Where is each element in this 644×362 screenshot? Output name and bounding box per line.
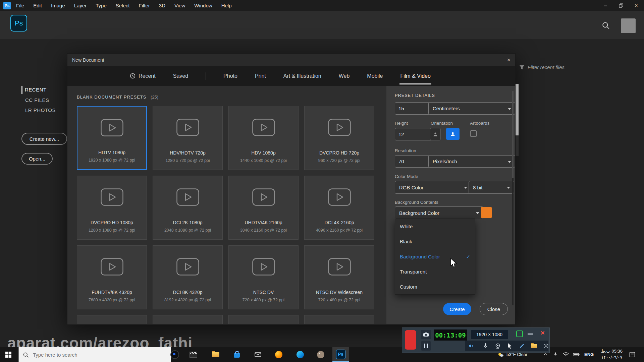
tab-mobile[interactable]: Mobile <box>367 66 383 86</box>
search-icon[interactable] <box>602 21 610 31</box>
open-button[interactable]: Open... <box>21 153 53 165</box>
tab-film-video[interactable]: Film & Video <box>400 66 430 86</box>
filter-recent-files[interactable]: Filter recent files <box>519 64 565 70</box>
file-explorer-icon[interactable] <box>207 347 224 362</box>
clock[interactable]: 05:36 ب.ظ ۱۴۰۰/۰۹/۰۷ <box>596 348 627 360</box>
create-new-button[interactable]: Create new... <box>21 133 67 145</box>
preset-card[interactable] <box>77 315 147 324</box>
height-input[interactable] <box>395 128 432 140</box>
dialog-close-icon[interactable]: × <box>507 56 511 64</box>
preset-card[interactable]: DCI 8K 4320p 8192 x 4320 px @ 72 ppi <box>153 245 223 309</box>
menu-filter[interactable]: Filter <box>139 3 150 8</box>
scrollbar-thumb[interactable] <box>512 91 514 178</box>
recorder-close-button[interactable]: × <box>538 328 547 337</box>
menu-layer[interactable]: Layer <box>74 3 87 8</box>
start-button[interactable] <box>0 347 16 362</box>
menu-option-custom[interactable]: Custom <box>395 279 475 294</box>
preset-card[interactable]: NTSC DV Widescreen 720 x 480 px @ 72 ppi <box>304 245 374 309</box>
preset-card[interactable]: HDV 1080p 1440 x 1080 px @ 72 ppi <box>228 106 299 170</box>
sidebar-item-lr-photos[interactable]: LR PHOTOS <box>25 107 56 113</box>
bit-depth-select[interactable]: 8 bit <box>469 181 514 194</box>
panel-scrollbar[interactable] <box>512 91 514 305</box>
tab-print[interactable]: Print <box>255 66 266 86</box>
photoshop-taskbar-icon[interactable]: Ps <box>332 347 349 362</box>
menu-option-background-color[interactable]: Background Color ✓ <box>395 249 475 264</box>
recorder-minimize-button[interactable] <box>528 334 533 335</box>
folder-icon[interactable] <box>531 343 537 349</box>
tab-art-illustration[interactable]: Art & Illustration <box>283 66 321 86</box>
preset-card[interactable] <box>304 315 374 324</box>
snapshot-button[interactable] <box>421 330 431 339</box>
preset-card[interactable] <box>153 315 223 324</box>
action-center-icon[interactable] <box>629 347 635 362</box>
clapperboard-app-icon[interactable] <box>185 347 202 362</box>
preset-card[interactable]: DVCPRO HD 720p 960 x 720 px @ 72 ppi <box>304 106 374 170</box>
menu-view[interactable]: View <box>174 3 185 8</box>
battery-icon[interactable] <box>573 347 580 362</box>
menu-option-label: Custom <box>400 284 417 290</box>
network-icon[interactable] <box>563 347 569 362</box>
mail-icon[interactable] <box>250 347 266 362</box>
tab-recent[interactable]: Recent <box>130 66 156 86</box>
avatar[interactable] <box>621 18 636 33</box>
background-contents-select[interactable]: Background Color <box>395 206 483 219</box>
microphone-icon[interactable] <box>483 343 489 349</box>
preset-card[interactable]: HDV/HDTV 720p 1280 x 720 px @ 72 ppi <box>153 106 223 170</box>
preset-card[interactable]: DVCPRO HD 1080p 1280 x 1080 px @ 72 ppi <box>77 176 147 240</box>
firefox-icon[interactable] <box>270 347 287 362</box>
tray-microphone-icon[interactable] <box>553 347 557 362</box>
speaker-icon[interactable] <box>468 343 474 349</box>
menu-type[interactable]: Type <box>96 3 107 8</box>
menu-window[interactable]: Window <box>194 3 212 8</box>
preset-card[interactable]: UHDTV/4K 2160p 3840 x 2160 px @ 72 ppi <box>228 176 299 240</box>
close-button[interactable]: Close <box>480 303 508 315</box>
orientation-portrait-button[interactable] <box>430 128 441 140</box>
camera-app-icon[interactable] <box>166 347 183 362</box>
resolution-unit-select[interactable]: Pixels/Inch <box>428 155 515 168</box>
sidebar-item-recent[interactable]: RECENT <box>25 87 47 93</box>
menu-file[interactable]: File <box>16 3 24 8</box>
search-input[interactable] <box>32 352 148 358</box>
artboards-checkbox[interactable] <box>470 130 477 137</box>
cursor-capture-icon[interactable] <box>507 343 513 349</box>
background-color-swatch[interactable] <box>481 207 492 218</box>
unit-select[interactable]: Centimeters <box>428 102 515 115</box>
close-button[interactable]: × <box>629 0 644 11</box>
edge-icon[interactable] <box>292 347 308 362</box>
preset-card[interactable]: HDTV 1080p 644 x 362 px @ 72 ppi <box>77 106 147 170</box>
orientation-landscape-button[interactable] <box>446 128 460 140</box>
store-icon[interactable] <box>228 347 245 362</box>
language-indicator[interactable]: ENG <box>584 347 594 362</box>
minimize-button[interactable] <box>598 0 613 11</box>
pause-button[interactable] <box>421 341 431 351</box>
create-button[interactable]: Create <box>443 303 471 315</box>
tab-saved[interactable]: Saved <box>173 66 188 86</box>
menu-option-transparent[interactable]: Transparent <box>395 264 475 279</box>
color-mode-select[interactable]: RGB Color <box>395 181 471 194</box>
menu-3d[interactable]: 3D <box>159 3 165 8</box>
region-select-button[interactable] <box>516 330 523 337</box>
menu-help[interactable]: Help <box>221 3 232 8</box>
gear-icon[interactable] <box>543 343 549 349</box>
preset-card[interactable] <box>228 315 299 324</box>
taskbar-search[interactable] <box>18 347 171 362</box>
preset-card[interactable]: NTSC DV 720 x 480 px @ 72 ppi <box>228 245 299 309</box>
gimp-icon[interactable] <box>312 347 329 362</box>
resolution-input[interactable] <box>395 155 432 168</box>
menu-option-black[interactable]: Black <box>395 234 475 249</box>
tab-web[interactable]: Web <box>339 66 350 86</box>
record-stop-button[interactable] <box>405 330 416 350</box>
tab-photo[interactable]: Photo <box>223 66 237 86</box>
menu-edit[interactable]: Edit <box>33 3 42 8</box>
restore-button[interactable] <box>613 0 629 11</box>
preset-card[interactable]: DCI 2K 1080p 2048 x 1080 px @ 72 ppi <box>153 176 223 240</box>
menu-option-white[interactable]: White <box>395 219 475 234</box>
preset-card[interactable]: FUHDTV/8K 4320p 7680 x 4320 px @ 72 ppi <box>77 245 147 309</box>
preset-card[interactable]: DCI 4K 2160p 4096 x 2160 px @ 72 ppi <box>304 176 374 240</box>
pen-icon[interactable] <box>519 343 525 349</box>
menu-select[interactable]: Select <box>116 3 130 8</box>
webcam-icon[interactable] <box>495 343 501 349</box>
menu-image[interactable]: Image <box>51 3 65 8</box>
width-input[interactable] <box>395 102 432 115</box>
sidebar-item-cc-files[interactable]: CC FILES <box>25 97 49 103</box>
